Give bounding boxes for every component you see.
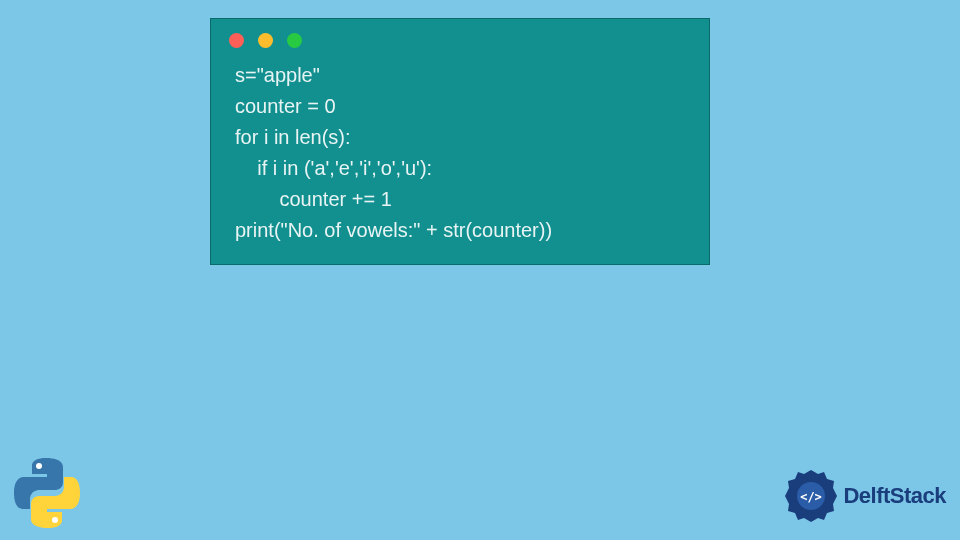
code-line: for i in len(s):: [235, 126, 351, 148]
svg-text:</>: </>: [801, 490, 823, 504]
code-content: s="apple" counter = 0 for i in len(s): i…: [211, 58, 709, 252]
window-traffic-lights: [211, 19, 709, 58]
python-logo-icon: [8, 454, 86, 532]
code-line: s="apple": [235, 64, 320, 86]
code-line: if i in ('a','e','i','o','u'):: [235, 157, 432, 179]
code-line: counter += 1: [235, 188, 392, 210]
svg-point-1: [52, 517, 58, 523]
close-icon: [229, 33, 244, 48]
maximize-icon: [287, 33, 302, 48]
svg-point-0: [36, 463, 42, 469]
code-window: s="apple" counter = 0 for i in len(s): i…: [210, 18, 710, 265]
minimize-icon: [258, 33, 273, 48]
delftstack-logo: </> DelftStack: [783, 468, 946, 524]
code-line: counter = 0: [235, 95, 336, 117]
code-line: print("No. of vowels:" + str(counter)): [235, 219, 552, 241]
delftstack-badge-icon: </>: [783, 468, 839, 524]
delftstack-label: DelftStack: [843, 483, 946, 509]
